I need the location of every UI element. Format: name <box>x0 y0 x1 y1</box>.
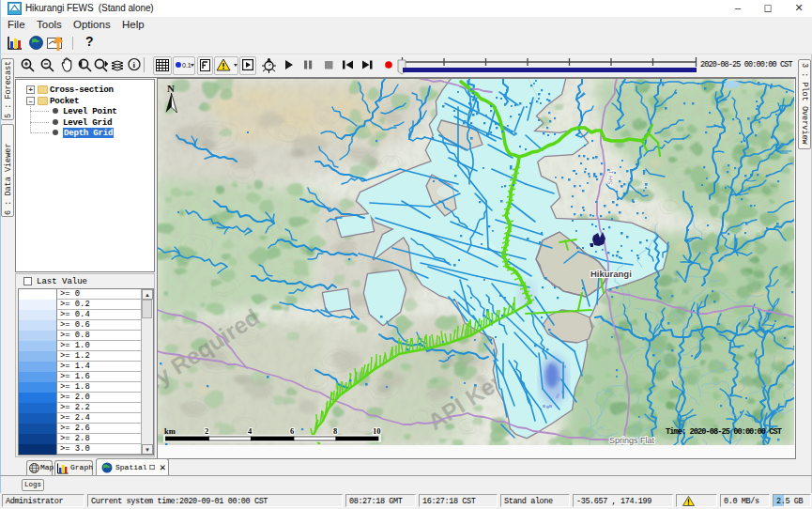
svg-text:N: N <box>167 83 175 94</box>
svg-text:Springs Flat: Springs Flat <box>609 436 655 445</box>
svg-text:0.1: 0.1 <box>182 62 192 69</box>
svg-text:6: 6 <box>290 426 294 436</box>
svg-text:Hikurangi: Hikurangi <box>590 269 632 279</box>
svg-text:10: 10 <box>373 426 381 436</box>
svg-text:i: i <box>133 60 136 69</box>
svg-text:Time: 2020-08-25 00:00:00 CST: Time: 2020-08-25 00:00:00 CST <box>666 427 782 437</box>
svg-text:SH 1: SH 1 <box>606 170 614 185</box>
svg-text:8: 8 <box>333 426 337 436</box>
svg-text:2: 2 <box>205 426 208 436</box>
svg-text:km: km <box>164 426 176 436</box>
